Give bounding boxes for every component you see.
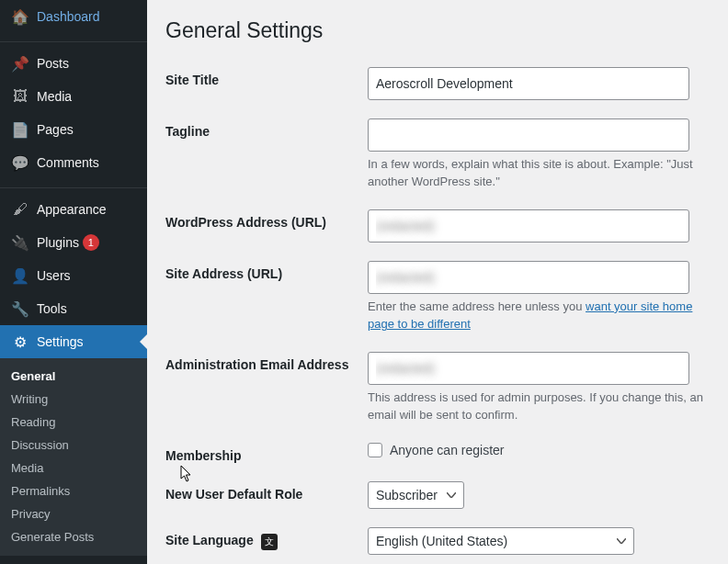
sidebar-item-label: Settings: [37, 334, 84, 349]
sidebar-separator: [0, 38, 147, 42]
tagline-description: In a few words, explain what this site i…: [368, 155, 710, 191]
sidebar-item-pages[interactable]: 📄 Pages: [0, 113, 147, 146]
membership-checkbox-label: Anyone can register: [390, 443, 505, 457]
sidebar-item-label: Comments: [37, 155, 99, 170]
sidebar-item-label: Pages: [37, 122, 74, 137]
mouse-cursor-icon: [180, 465, 195, 483]
sidebar-item-settings[interactable]: ⚙ Settings: [0, 325, 147, 358]
sidebar-item-dashboard[interactable]: 🏠 Dashboard: [0, 0, 147, 33]
submenu-writing[interactable]: Writing: [0, 388, 147, 411]
site-language-select[interactable]: English (United States): [368, 527, 634, 555]
label-site-title: Site Title: [165, 67, 368, 87]
media-icon: 🖼: [11, 87, 29, 106]
settings-form: Site Title Tagline In a few words, expla…: [165, 67, 710, 555]
label-site-address: Site Address (URL): [165, 261, 368, 281]
tagline-input[interactable]: [368, 118, 689, 152]
translate-icon: 文: [261, 534, 278, 550]
main-content: General Settings Site Title Tagline In a…: [147, 0, 728, 564]
membership-checkbox[interactable]: [368, 443, 382, 457]
settings-icon: ⚙: [11, 333, 29, 351]
sidebar-item-posts[interactable]: 📌 Posts: [0, 47, 147, 80]
label-default-role: New User Default Role: [165, 481, 368, 502]
settings-submenu: General Writing Reading Discussion Media…: [0, 358, 147, 556]
sidebar-item-label: Appearance: [37, 202, 107, 217]
sidebar-item-users[interactable]: 👤 Users: [0, 259, 147, 292]
update-badge: 1: [83, 234, 99, 251]
submenu-general[interactable]: General: [0, 365, 147, 388]
sidebar-item-comments[interactable]: 💬 Comments: [0, 146, 147, 179]
sidebar-separator: [0, 184, 147, 188]
sidebar-item-label: Dashboard: [37, 9, 100, 24]
sidebar-item-plugins[interactable]: 🔌 Plugins 1: [0, 226, 147, 259]
submenu-generate-posts[interactable]: Generate Posts: [0, 525, 147, 548]
sidebar-item-appearance[interactable]: 🖌 Appearance: [0, 193, 147, 226]
membership-checkbox-wrap[interactable]: Anyone can register: [368, 443, 710, 457]
label-wp-address: WordPress Address (URL): [165, 209, 368, 230]
label-site-language: Site Language 文: [165, 527, 368, 550]
admin-email-input[interactable]: [368, 352, 689, 385]
admin-sidebar: 🏠 Dashboard 📌 Posts 🖼 Media 📄 Pages 💬 Co…: [0, 0, 147, 564]
submenu-discussion[interactable]: Discussion: [0, 434, 147, 457]
sidebar-item-tools[interactable]: 🔧 Tools: [0, 292, 147, 325]
site-title-input[interactable]: [368, 67, 689, 100]
plugins-icon: 🔌: [11, 233, 29, 252]
submenu-reading[interactable]: Reading: [0, 411, 147, 434]
page-title: General Settings: [165, 9, 710, 49]
appearance-icon: 🖌: [11, 200, 29, 219]
site-address-description: Enter the same address here unless you w…: [368, 298, 710, 333]
tools-icon: 🔧: [11, 299, 29, 318]
pages-icon: 📄: [11, 120, 29, 139]
submenu-permalinks[interactable]: Permalinks: [0, 479, 147, 502]
sidebar-item-label: Media: [37, 89, 72, 104]
label-admin-email: Administration Email Address: [165, 352, 368, 372]
sidebar-item-label: Plugins: [37, 235, 79, 250]
submenu-media[interactable]: Media: [0, 457, 147, 479]
sidebar-item-media[interactable]: 🖼 Media: [0, 80, 147, 113]
users-icon: 👤: [11, 266, 29, 285]
default-role-select[interactable]: Subscriber: [368, 481, 464, 509]
comments-icon: 💬: [11, 153, 29, 172]
label-tagline: Tagline: [165, 118, 368, 139]
sidebar-item-label: Posts: [37, 56, 69, 71]
submenu-privacy[interactable]: Privacy: [0, 502, 147, 525]
wp-address-input[interactable]: [368, 209, 689, 243]
sidebar-item-label: Users: [37, 268, 71, 283]
sidebar-item-label: Tools: [37, 301, 67, 316]
label-membership: Membership: [165, 443, 368, 463]
dashboard-icon: 🏠: [11, 7, 29, 26]
site-address-input[interactable]: [368, 261, 689, 294]
pin-icon: 📌: [11, 54, 29, 73]
admin-email-description: This address is used for admin purposes.…: [368, 389, 710, 424]
